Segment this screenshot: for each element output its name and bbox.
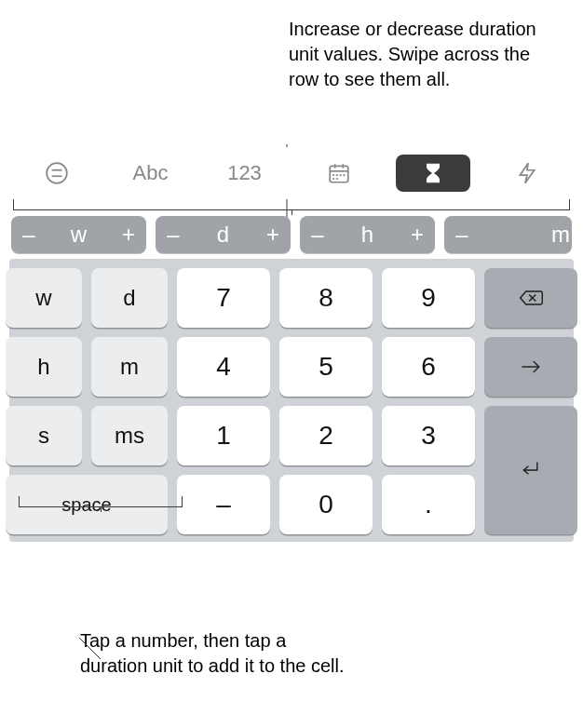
mode-duration[interactable] — [396, 155, 470, 192]
digit-key-6[interactable]: 6 — [382, 337, 475, 397]
duration-chip-label: h — [359, 222, 376, 248]
minus-icon[interactable]: – — [309, 222, 326, 248]
mode-bar-bracket — [13, 199, 570, 210]
duration-chip-label: m — [470, 222, 570, 248]
digit-key-5[interactable]: 5 — [279, 337, 373, 397]
plus-icon[interactable]: + — [120, 222, 137, 248]
duration-chip-label: d — [215, 222, 232, 248]
duration-chip-label: w — [71, 222, 88, 248]
digit-key-4[interactable]: 4 — [177, 337, 270, 397]
plus-icon[interactable]: + — [264, 222, 281, 248]
callout-unit-keys: Tap a number, then tap a duration unit t… — [80, 628, 350, 679]
digit-key-7[interactable]: 7 — [177, 268, 270, 328]
next-key[interactable] — [484, 337, 577, 397]
unit-keys-bracket — [19, 496, 183, 507]
mode-text[interactable]: Abc — [114, 155, 188, 192]
decimal-key[interactable]: . — [382, 475, 475, 534]
duration-chip-m[interactable]: – m — [444, 216, 572, 253]
digit-key-9[interactable]: 9 — [382, 268, 475, 328]
unit-key-ms[interactable]: ms — [91, 406, 168, 465]
plus-icon[interactable]: + — [409, 222, 426, 248]
digit-key-2[interactable]: 2 — [279, 406, 373, 465]
digit-key-0[interactable]: 0 — [279, 475, 373, 534]
minus-icon[interactable]: – — [20, 222, 37, 248]
mode-quick[interactable] — [490, 155, 564, 192]
unit-key-h[interactable]: h — [6, 337, 82, 397]
mode-number[interactable]: 123 — [208, 155, 282, 192]
digit-key-3[interactable]: 3 — [382, 406, 475, 465]
svg-point-0 — [47, 163, 67, 183]
duration-chip-w[interactable]: – w + — [11, 216, 146, 253]
callout-duration-row: Increase or decrease duration unit value… — [289, 17, 559, 92]
duration-increment-row: – w + – d + – h + – m — [9, 216, 574, 259]
svg-rect-3 — [330, 166, 348, 182]
unit-key-w[interactable]: w — [6, 268, 82, 328]
minus-icon[interactable]: – — [454, 222, 470, 248]
digit-key-1[interactable]: 1 — [177, 406, 270, 465]
keyboard-mode-bar: Abc 123 — [9, 147, 574, 199]
duration-chip-h[interactable]: – h + — [300, 216, 435, 253]
mode-date[interactable] — [302, 155, 376, 192]
digit-key-8[interactable]: 8 — [279, 268, 373, 328]
unit-key-s[interactable]: s — [6, 406, 82, 465]
unit-key-m[interactable]: m — [91, 337, 168, 397]
duration-chip-d[interactable]: – d + — [156, 216, 291, 253]
minus-key[interactable]: – — [177, 475, 270, 534]
mode-formula[interactable] — [20, 155, 94, 192]
minus-icon[interactable]: – — [165, 222, 182, 248]
unit-key-d[interactable]: d — [91, 268, 168, 328]
keyboard-panel: Abc 123 – w + – d + – h + – m — [0, 147, 583, 542]
return-key[interactable] — [484, 406, 577, 534]
delete-key[interactable] — [484, 268, 577, 328]
